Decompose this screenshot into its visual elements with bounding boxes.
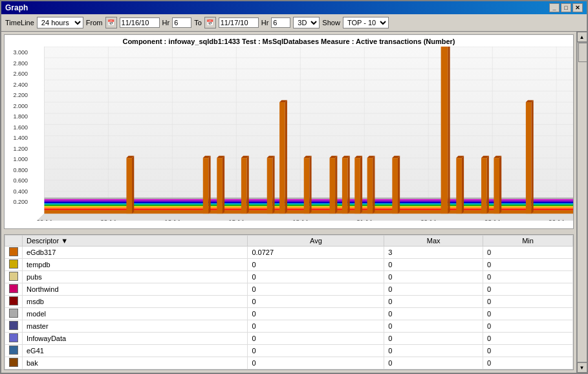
svg-text:06:14: 06:14	[36, 218, 52, 221]
table-row: eGdb3170.072730	[5, 247, 573, 259]
col-descriptor[interactable]: Descriptor ▼	[23, 236, 248, 247]
table-row: model000	[5, 308, 573, 320]
table-row: master000	[5, 320, 573, 333]
row-name: InfowayData	[23, 333, 248, 345]
svg-marker-70	[398, 156, 400, 214]
svg-rect-50	[279, 102, 285, 214]
row-name: tempdb	[23, 259, 248, 271]
row-min: 0	[483, 308, 573, 320]
chart-svg: 06:14 09:14 12:14 15:14 18:14 21:14 00:1…	[30, 47, 573, 221]
row-avg: 0	[248, 333, 384, 345]
timeline-select[interactable]: 24 hours 12 hours 6 hours 1 hour	[37, 17, 83, 28]
table-row: eG41000	[5, 345, 573, 357]
y-label-0200: 0.200	[13, 199, 28, 205]
col-min[interactable]: Min	[483, 236, 573, 247]
main-content: Component : infoway_sqldb1:1433 Test : M…	[1, 32, 576, 373]
row-name: msdb	[23, 296, 248, 308]
color-swatch	[9, 346, 18, 355]
svg-rect-47	[267, 158, 273, 214]
y-label-1400: 1.400	[13, 135, 28, 141]
svg-text:06:14: 06:14	[549, 218, 565, 221]
window-title: Graph	[5, 3, 28, 12]
col-swatch	[5, 236, 23, 247]
svg-marker-61	[347, 156, 349, 214]
from-date-input[interactable]	[120, 17, 160, 28]
row-min: 0	[483, 345, 573, 357]
row-avg: 0	[248, 259, 384, 271]
from-hr-input[interactable]	[172, 17, 191, 28]
svg-rect-56	[330, 158, 336, 214]
scrollbar-thumb[interactable]	[578, 43, 587, 62]
color-swatch	[9, 259, 18, 269]
y-label-2400: 2.400	[13, 82, 28, 88]
maximize-button[interactable]: □	[561, 3, 571, 12]
row-max: 0	[384, 308, 483, 320]
scroll-down-button[interactable]: ▼	[577, 362, 587, 373]
row-min: 0	[483, 333, 573, 345]
row-min: 0	[483, 283, 573, 296]
row-avg: 0	[248, 320, 384, 333]
scrollbar-right: ▲ ▼	[576, 32, 587, 373]
svg-text:15:14: 15:14	[228, 218, 245, 221]
to-date-input[interactable]	[219, 17, 259, 28]
mode-select[interactable]: 3D 2D	[293, 17, 320, 28]
data-table: Descriptor ▼ Avg Max Min eGdb3170.072730…	[5, 235, 573, 369]
row-min: 0	[483, 357, 573, 369]
col-avg[interactable]: Avg	[248, 236, 384, 247]
minimize-button[interactable]: _	[549, 3, 560, 12]
table-row: InfowayData000	[5, 333, 573, 345]
svg-marker-76	[462, 156, 464, 214]
color-swatch	[9, 272, 18, 281]
svg-text:09:14: 09:14	[100, 218, 116, 221]
row-max: 0	[384, 333, 483, 345]
svg-rect-35	[126, 158, 132, 214]
row-swatch-cell	[5, 320, 23, 333]
svg-rect-68	[392, 158, 398, 214]
row-name: eGdb317	[23, 247, 248, 259]
scroll-up-button[interactable]: ▲	[577, 32, 587, 42]
svg-text:21:14: 21:14	[356, 218, 373, 221]
y-label-1200: 1.200	[13, 146, 28, 152]
table-header-row: Descriptor ▼ Avg Max Min	[5, 236, 573, 247]
svg-marker-43	[223, 156, 224, 214]
svg-marker-52	[285, 100, 287, 214]
row-max: 3	[384, 247, 483, 259]
toolbar: TimeLine 24 hours 12 hours 6 hours 1 hou…	[1, 14, 587, 32]
svg-text:03:14: 03:14	[485, 218, 501, 221]
chart-title: Component : infoway_sqldb1:1433 Test : M…	[5, 35, 573, 47]
table-row: Northwind000	[5, 283, 573, 296]
data-table-container: Descriptor ▼ Avg Max Min eGdb3170.072730…	[4, 234, 574, 370]
row-max: 0	[384, 296, 483, 308]
scrollbar-track[interactable]	[577, 42, 587, 362]
svg-marker-55	[309, 156, 311, 214]
close-button[interactable]: ✕	[572, 3, 583, 12]
svg-marker-58	[335, 156, 337, 214]
row-avg: 0.0727	[248, 247, 384, 259]
chart-area: Component : infoway_sqldb1:1433 Test : M…	[4, 34, 574, 229]
row-avg: 0	[248, 296, 384, 308]
from-calendar-button[interactable]: 📅	[105, 17, 117, 28]
svg-rect-74	[456, 158, 462, 214]
from-label: From	[86, 19, 103, 27]
svg-rect-71	[441, 47, 448, 214]
svg-marker-67	[373, 156, 375, 214]
svg-text:18:14: 18:14	[292, 218, 309, 221]
col-max[interactable]: Max	[384, 236, 483, 247]
show-label: Show	[322, 19, 340, 27]
svg-rect-77	[481, 158, 487, 214]
row-swatch-cell	[5, 247, 23, 259]
to-calendar-button[interactable]: 📅	[204, 17, 216, 28]
row-swatch-cell	[5, 296, 23, 308]
title-bar-controls: _ □ ✕	[549, 3, 583, 12]
row-min: 0	[483, 271, 573, 283]
y-label-0600: 0.600	[13, 177, 28, 184]
row-swatch-cell	[5, 333, 23, 345]
y-label-0800: 0.800	[13, 167, 28, 173]
y-label-3000: 3.000	[13, 49, 28, 56]
chart-body: 06:14 09:14 12:14 15:14 18:14 21:14 00:1…	[30, 47, 573, 221]
row-swatch-cell	[5, 283, 23, 296]
to-label: To	[194, 19, 202, 27]
svg-rect-62	[354, 158, 360, 214]
to-hr-input[interactable]	[271, 17, 290, 28]
show-select[interactable]: TOP - 10 TOP - 5 ALL	[343, 17, 389, 28]
